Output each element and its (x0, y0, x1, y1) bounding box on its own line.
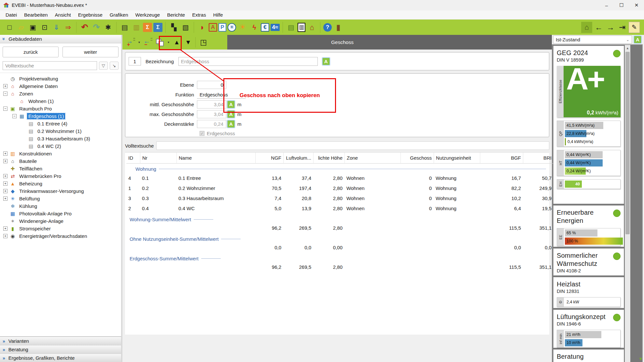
energy-certificate-icon[interactable]: ▥ (298, 23, 305, 32)
bezeichnung-input[interactable] (178, 57, 318, 66)
tree-item-zonen[interactable]: −⌂Zonen (0, 90, 121, 97)
accordion-varianten[interactable]: » Varianten (0, 337, 121, 345)
tree-item-waermebruecken[interactable]: +⇄Wärmebrücken Pro (0, 172, 121, 180)
tree-item-trinkwarmwasser[interactable]: +◆Trinkwarmwasser-Versorgung (0, 187, 121, 195)
solar-sun-icon[interactable]: ☀ (237, 22, 248, 33)
expander-icon[interactable]: + (3, 181, 7, 186)
copy-window-icon[interactable]: ⊡ (39, 22, 50, 33)
export-icon[interactable]: ⇒ (63, 22, 73, 33)
sigma-blue-icon[interactable]: Σ (153, 23, 162, 32)
tree-item-projektverwaltung[interactable]: ◷Projektverwaltung (0, 75, 121, 82)
tree-item-kuehlung[interactable]: ❄Kühlung (0, 202, 121, 210)
tree-item-allgemeine-daten[interactable]: +⌂Allgemeine Daten (0, 82, 121, 90)
navigate-forward-icon[interactable]: → (605, 22, 616, 33)
expander-icon[interactable]: + (3, 234, 7, 238)
tree-item-energietraeger[interactable]: +◉Energieträger/Verbrauchsdaten (0, 232, 121, 240)
tree-item-entree[interactable]: ▤0.1 Entree (4) (0, 120, 121, 127)
table-row[interactable]: 40.10.1 Entree13,437,42,80Wohnen0Wohnung… (126, 173, 548, 183)
deckenstaerke-input[interactable]: 0,24 (197, 120, 226, 128)
tree-item-teilflaechen[interactable]: ✚Teilflächen (0, 165, 121, 172)
tree-item-konstruktionen[interactable]: +▥Konstruktionen (0, 150, 121, 157)
mittl-geschosshoehe-input[interactable]: 3,04 (197, 100, 226, 109)
move-down-button[interactable]: ▼ (183, 37, 193, 48)
menu-datei[interactable]: Datei (2, 11, 21, 19)
wall-layers-icon[interactable]: ▧ (180, 22, 191, 33)
expander-icon[interactable]: + (3, 189, 7, 193)
economy-euro-house-icon[interactable]: € (261, 23, 269, 32)
tree-item-erdgeschoss-selected[interactable]: −▦Erdgeschoss (1) (0, 112, 121, 120)
exit-to-device-icon[interactable]: ⇥ (617, 22, 627, 33)
add-geschoss-button[interactable]: →+⁚⁚ (125, 37, 136, 48)
expander-icon[interactable]: − (3, 107, 7, 111)
filter-funnel-icon[interactable]: ▽ (99, 62, 108, 70)
expander-icon[interactable]: − (3, 92, 7, 96)
building-values-icon[interactable]: ▥ (131, 22, 142, 33)
menu-ansicht[interactable]: Ansicht (51, 11, 75, 19)
roof-icon[interactable]: ◗ (197, 22, 207, 33)
zustand-selector[interactable]: Ist-Zustand ⌄ (553, 36, 632, 44)
tree-item-bauteile[interactable]: +⌂Bauteile (0, 157, 121, 165)
close-button[interactable]: ✕ (629, 0, 644, 10)
magic-wand-icon[interactable]: ✱ (103, 22, 113, 33)
expander-icon[interactable]: + (3, 174, 7, 178)
notes-pen-icon[interactable]: ✎ (629, 22, 640, 33)
menu-ergebnisse[interactable]: Ergebnisse (75, 11, 106, 19)
ventilation-fan-icon[interactable]: ✳ (228, 23, 236, 32)
maximize-button[interactable]: ☐ (614, 0, 629, 10)
next-button[interactable]: weiter (63, 47, 119, 57)
report-green-icon[interactable]: ▤ (286, 22, 296, 33)
scroll-up-icon[interactable]: ▲ (626, 45, 629, 51)
collapse-tree-icon[interactable]: ↘ (110, 62, 119, 70)
scroll-down-green-icon[interactable]: ▼ (638, 356, 643, 361)
back-button[interactable]: zurück (3, 47, 59, 57)
max-geschosshoehe-input[interactable]: 3,04 (197, 110, 226, 118)
tree-item-photovoltaik[interactable]: ▦Photovoltaik-Anlage Pro (0, 210, 121, 217)
report-document-icon[interactable]: ▤ (119, 22, 130, 33)
menu-berichte[interactable]: Berichte (163, 11, 189, 19)
project-house-icon[interactable]: ⌂ (581, 22, 592, 33)
heat-pump-icon[interactable]: P (218, 23, 226, 32)
expander-icon[interactable]: + (3, 159, 7, 163)
help-icon[interactable]: ? (323, 23, 332, 32)
import-icon[interactable]: ⇓ (51, 22, 62, 33)
add-dropdown-icon[interactable]: ▾ (137, 37, 141, 48)
tree-item-belueftung[interactable]: +✳Belüftung (0, 195, 121, 202)
tree-item-raumbuch-pro[interactable]: −▣Raumbuch Pro (0, 105, 121, 112)
flowchart-icon[interactable]: ▚ (169, 22, 179, 33)
panel-scrollbar[interactable]: ▲ ▼ (625, 45, 630, 362)
minimize-button[interactable]: – (599, 0, 614, 10)
auto-badge[interactable]: A (634, 36, 641, 43)
table-row[interactable]: 10.20.2 Wohnzimmer70,5197,42,80Wohnen0Wo… (126, 183, 548, 193)
save-icon[interactable]: ▣ (28, 22, 38, 33)
sidebar-search-input[interactable] (3, 61, 97, 70)
tree-item-wc[interactable]: ▤0.4 WC (2) (0, 142, 121, 150)
tree-item-windenergie[interactable]: ✶Windenergie-Anlage (0, 217, 121, 225)
accordion-beratung[interactable]: » Beratung (0, 345, 121, 354)
navigate-back-icon[interactable]: ← (594, 22, 604, 33)
menu-extras[interactable]: Extras (189, 11, 210, 19)
room-view-button[interactable]: ◳ (198, 37, 209, 48)
new-file-icon[interactable]: □ (4, 22, 15, 33)
expander-icon[interactable]: − (12, 114, 17, 118)
ebene-input[interactable]: 0 (197, 81, 226, 89)
tree-item-beheizung[interactable]: +▲Beheizung (0, 180, 121, 187)
open-folder-icon[interactable]: ▱ (16, 22, 26, 33)
eco-house-rainbow-icon[interactable]: ⌂ (307, 22, 317, 33)
expander-icon[interactable]: + (3, 196, 7, 201)
expander-icon[interactable]: + (3, 84, 7, 88)
tree-item-wohnen[interactable]: ⌂Wohnen (1) (0, 97, 121, 105)
remove-geschoss-button[interactable]: ←−⁚⁚ (142, 37, 153, 48)
table-fulltext-input[interactable] (156, 141, 549, 150)
door-icon[interactable]: ▮ (333, 22, 343, 33)
expander-icon[interactable]: + (3, 226, 7, 231)
menu-werkzeuge[interactable]: Werkzeuge (132, 11, 164, 19)
menu-hilfe[interactable]: Hilfe (210, 11, 227, 19)
sidebar-header[interactable]: » Gebäudedaten (0, 35, 121, 43)
tree-item-stromspeicher[interactable]: +▮Stromspeicher (0, 225, 121, 232)
tree-item-wohnzimmer[interactable]: ▤0.2 Wohnzimmer (1) (0, 127, 121, 135)
expander-icon[interactable]: + (3, 152, 7, 156)
accordion-ergebnisse[interactable]: » Ergebnisse, Grafiken, Berichte (0, 354, 121, 362)
menu-grafiken[interactable]: Grafiken (106, 11, 132, 19)
auto-badge[interactable]: A (322, 58, 330, 65)
table-row[interactable]: 20.40.4 WC5,013,92,80Wohnen0Wohnung6,419… (126, 203, 548, 213)
